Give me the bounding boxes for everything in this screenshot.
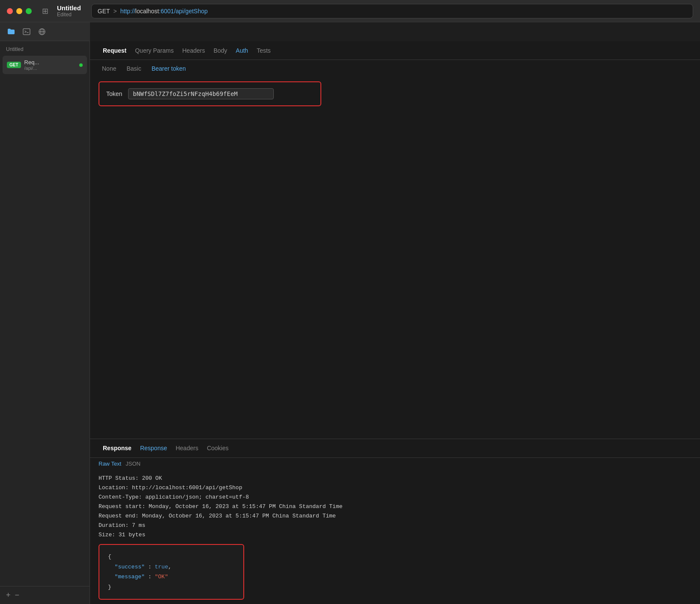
window-controls: [7, 8, 32, 14]
sidebar-toggle-icon[interactable]: ⊞: [42, 6, 48, 16]
response-tabs-bar: Response Response Headers Cookies: [90, 439, 700, 458]
token-box: Token: [99, 81, 321, 106]
sidebar: Untitled GET Req... /api/... + −: [0, 41, 90, 604]
response-tab-cookies[interactable]: Cookies: [203, 443, 233, 453]
response-tab-headers[interactable]: Headers: [171, 443, 203, 453]
sidebar-footer: + −: [0, 586, 90, 604]
title-info: Untitled Edited: [57, 4, 81, 18]
json-close-brace: }: [108, 582, 235, 592]
token-label: Token: [106, 90, 122, 97]
url-link: http://localhost:6001/api/getShop: [120, 8, 208, 15]
sidebar-item-name: Req...: [24, 59, 77, 66]
folder-icon[interactable]: [3, 24, 19, 39]
sidebar-section-title: Untitled: [0, 41, 90, 55]
sidebar-item-text: Req... /api/...: [24, 59, 77, 71]
url-bar[interactable]: GET > http://localhost:6001/api/getShop: [91, 4, 693, 18]
json-success-line: "success" : true,: [108, 562, 235, 572]
url-prefix: http://: [120, 8, 135, 15]
request-tabs-bar: Request Query Params Headers Body Auth T…: [90, 41, 700, 60]
close-button[interactable]: [7, 8, 13, 14]
content-area: Request Query Params Headers Body Auth T…: [90, 41, 700, 604]
auth-sub-tab-none[interactable]: None: [99, 64, 120, 73]
get-method-badge: GET: [7, 62, 21, 68]
response-sub-tabs: Raw Text JSON: [90, 458, 700, 469]
response-tab-response[interactable]: Response: [136, 443, 171, 453]
title-bar: ⊞ Untitled Edited GET > http://localhost…: [0, 0, 700, 22]
auth-sub-tab-bearer[interactable]: Bearer token: [148, 64, 189, 73]
terminal-icon[interactable]: [19, 24, 34, 39]
sidebar-item-path: /api/...: [24, 66, 77, 71]
auth-sub-tab-basic[interactable]: Basic: [123, 64, 144, 73]
icon-bar: [0, 22, 90, 41]
json-open-brace: {: [108, 552, 235, 562]
main-layout: Untitled GET Req... /api/... + − Request…: [0, 41, 700, 604]
tab-query-params[interactable]: Query Params: [131, 45, 178, 56]
tab-body[interactable]: Body: [209, 45, 231, 56]
url-port-path: :6001/api/getShop: [159, 8, 208, 15]
response-meta: HTTP Status: 200 OK Location: http://loc…: [99, 474, 691, 540]
tab-auth[interactable]: Auth: [231, 45, 252, 56]
response-sub-tab-raw[interactable]: Raw Text: [99, 460, 121, 467]
meta-line-2: Content-Type: application/json; charset=…: [99, 493, 691, 502]
response-section: Response Response Headers Cookies Raw Te…: [90, 439, 700, 604]
token-input[interactable]: [128, 88, 274, 99]
token-section: Token: [90, 77, 700, 111]
response-body: HTTP Status: 200 OK Location: http://loc…: [90, 469, 700, 604]
tab-tests[interactable]: Tests: [252, 45, 275, 56]
response-sub-tab-json[interactable]: JSON: [126, 460, 141, 467]
url-host: localhost: [135, 8, 159, 15]
url-arrow: >: [114, 8, 117, 15]
auth-sub-tabs-bar: None Basic Bearer token: [90, 60, 700, 77]
meta-line-5: Duration: 7 ms: [99, 521, 691, 530]
minimize-button[interactable]: [16, 8, 22, 14]
meta-line-4: Request end: Monday, October 16, 2023 at…: [99, 511, 691, 521]
json-message-line: "message" : "OK": [108, 572, 235, 582]
meta-line-3: Request start: Monday, October 16, 2023 …: [99, 502, 691, 511]
window-title: Untitled: [57, 4, 81, 12]
meta-line-1: Location: http://localhost:6001/api/getS…: [99, 483, 691, 493]
remove-button[interactable]: −: [15, 591, 20, 600]
json-success-key: "success": [115, 564, 145, 570]
sidebar-request-item[interactable]: GET Req... /api/...: [3, 56, 87, 74]
status-dot-green: [79, 63, 83, 67]
response-tab-label: Response: [99, 443, 136, 453]
response-json-box: { "success" : true, "message" : "OK" }: [99, 544, 244, 600]
meta-line-0: HTTP Status: 200 OK: [99, 474, 691, 483]
url-method: GET: [98, 8, 110, 15]
maximize-button[interactable]: [26, 8, 32, 14]
globe-icon[interactable]: [34, 24, 50, 39]
add-button[interactable]: +: [6, 591, 11, 600]
tab-headers[interactable]: Headers: [178, 45, 209, 56]
json-message-key: "message": [115, 574, 145, 580]
tab-request[interactable]: Request: [99, 45, 131, 56]
json-message-value: "OK": [155, 574, 168, 580]
window-subtitle: Edited: [57, 12, 81, 18]
json-success-value: true: [155, 564, 168, 570]
meta-line-6: Size: 31 bytes: [99, 530, 691, 540]
